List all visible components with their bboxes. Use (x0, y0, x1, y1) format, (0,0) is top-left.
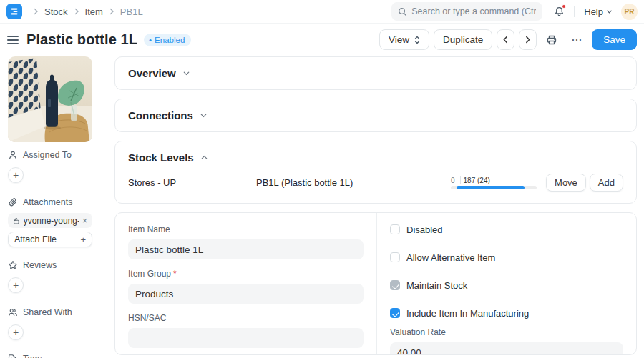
item-name-field-group: Item Name (128, 224, 364, 259)
breadcrumb-item[interactable]: Item (85, 6, 103, 17)
chevron-right-icon (73, 8, 80, 15)
chevron-right-icon (524, 36, 532, 44)
chevron-right-icon (32, 8, 39, 15)
duplicate-button-label: Duplicate (443, 34, 483, 45)
item-group-field-group: Item Group * (128, 269, 364, 304)
maintain-stock-checkbox[interactable] (390, 280, 400, 290)
search-input[interactable] (411, 6, 536, 16)
add-review-button[interactable]: + (8, 277, 24, 293)
print-button[interactable] (541, 29, 562, 50)
reviews-label: Reviews (23, 260, 57, 270)
attachments-section: Attachments (8, 197, 92, 207)
item-name-label: Item Name (128, 224, 170, 234)
include-manufacturing-checkbox[interactable] (390, 308, 400, 318)
add-assignment-button[interactable]: + (8, 167, 24, 183)
move-button-label: Move (555, 177, 577, 188)
status-badge: • Enabled (144, 34, 191, 46)
overview-section-header[interactable]: Overview (115, 57, 636, 89)
details-section-card: Item Name Item Group * HSN/SAC (114, 212, 637, 355)
progress-fill (457, 186, 525, 189)
overview-title: Overview (128, 67, 176, 79)
app-window: Stock Item PB1L Help PR Plastic bottle 1… (0, 0, 644, 358)
view-button[interactable]: View (379, 29, 429, 50)
connections-section-card: Connections (114, 99, 637, 132)
progress-track (451, 186, 537, 189)
hsn-sac-field-group: HSN/SAC (128, 313, 364, 348)
include-manufacturing-checkbox-row[interactable]: Include Item In Manufacturing (390, 308, 623, 318)
remove-attachment-icon[interactable]: × (82, 216, 87, 226)
users-icon (8, 307, 18, 317)
item-group-input[interactable] (128, 284, 364, 304)
status-badge-label: Enabled (155, 36, 185, 44)
stock-item-name[interactable]: PB1L (Plastic bottle 1L) (256, 177, 451, 188)
move-stock-button[interactable]: Move (546, 174, 586, 192)
add-share-button[interactable]: + (8, 324, 24, 340)
valuation-rate-label: Valuation Rate (390, 327, 446, 337)
printer-icon (546, 34, 557, 46)
chevron-right-icon (108, 8, 115, 15)
plus-icon: + (13, 327, 19, 338)
help-label: Help (584, 6, 603, 17)
status-dot: • (149, 36, 152, 44)
add-stock-button[interactable]: Add (590, 174, 623, 192)
erpnext-logo-icon[interactable] (6, 4, 22, 19)
user-avatar[interactable]: PR (621, 4, 638, 20)
hsn-sac-input[interactable] (128, 328, 364, 348)
hsn-sac-label: HSN/SAC (128, 313, 166, 323)
valuation-rate-field-group: Valuation Rate (390, 327, 623, 355)
item-group-label: Item Group (128, 269, 171, 279)
tags-section: Tags (8, 354, 92, 358)
progress-divider (460, 176, 461, 184)
view-button-label: View (389, 34, 409, 45)
plus-icon: + (13, 169, 19, 181)
chevron-down-icon (182, 69, 190, 77)
help-menu[interactable]: Help (584, 6, 613, 17)
tag-icon (8, 354, 18, 358)
breadcrumb-pb1l[interactable]: PB1L (120, 6, 143, 17)
attach-file-button[interactable]: Attach File + (8, 232, 92, 247)
attachment-item[interactable]: yvonne-young-C × (8, 213, 92, 228)
form-content: Overview Connections Stock Levels Stores… (114, 56, 637, 355)
form-column-right: Disabled Allow Alternative Item Maintain… (376, 213, 636, 354)
attachments-label: Attachments (23, 197, 72, 207)
menu-button[interactable]: ··· (567, 29, 587, 50)
global-search[interactable] (391, 2, 542, 21)
connections-section-header[interactable]: Connections (115, 99, 636, 131)
connections-title: Connections (128, 109, 193, 121)
item-name-input[interactable] (128, 239, 364, 259)
notifications-button[interactable] (554, 6, 565, 17)
sidebar-toggle-icon[interactable] (7, 36, 19, 44)
notification-dot (562, 4, 566, 9)
allow-alternative-checkbox-row[interactable]: Allow Alternative Item (390, 252, 623, 262)
item-image[interactable] (8, 56, 92, 142)
stock-levels-section-header[interactable]: Stock Levels (115, 141, 636, 172)
user-icon (8, 150, 18, 160)
assigned-to-section: Assigned To (8, 150, 92, 160)
star-icon (8, 260, 18, 270)
next-document-button[interactable] (519, 29, 537, 50)
maintain-stock-checkbox-row[interactable]: Maintain Stock (390, 280, 623, 290)
form-column-left: Item Name Item Group * HSN/SAC (115, 213, 376, 354)
breadcrumb: Stock Item PB1L (27, 6, 143, 17)
disabled-checkbox-row[interactable]: Disabled (390, 224, 623, 234)
search-icon (398, 7, 407, 16)
header-actions: View Duplicate ··· Save (379, 29, 637, 50)
disabled-label: Disabled (406, 224, 443, 235)
previous-document-button[interactable] (497, 29, 514, 50)
chevron-down-icon (606, 9, 613, 15)
warehouse-name[interactable]: Stores - UP (128, 177, 256, 188)
stock-qty-label: 187 (24) (464, 176, 490, 184)
duplicate-button[interactable]: Duplicate (434, 29, 492, 50)
plus-icon: + (13, 279, 19, 291)
allow-alternative-checkbox[interactable] (390, 252, 400, 262)
valuation-rate-input[interactable] (390, 342, 623, 355)
stock-actions: Move Add (546, 174, 623, 192)
breadcrumb-stock[interactable]: Stock (44, 6, 68, 17)
save-button[interactable]: Save (592, 29, 637, 50)
unlock-icon (13, 217, 20, 225)
page-header: Plastic bottle 1L • Enabled View Duplica… (0, 24, 644, 56)
navbar-divider (574, 6, 575, 17)
maintain-stock-label: Maintain Stock (406, 280, 467, 291)
form-sidebar: Assigned To + Attachments yvonne-young-C… (8, 56, 92, 358)
disabled-checkbox[interactable] (390, 224, 400, 234)
